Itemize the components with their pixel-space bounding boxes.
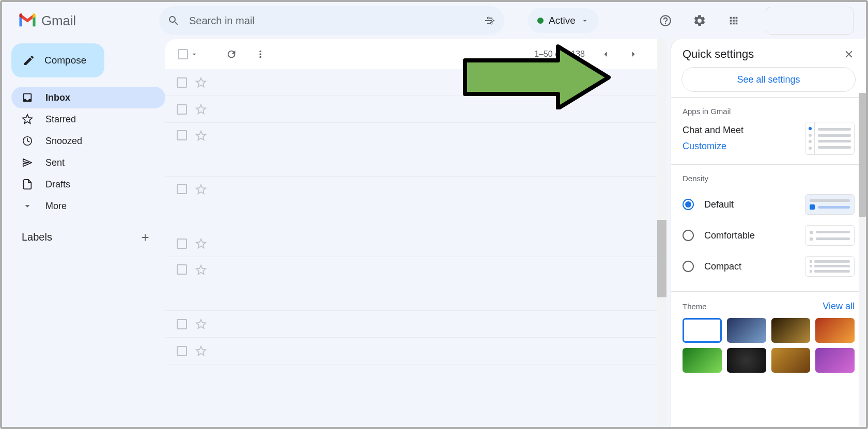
apps-title: Chat and Meet — [683, 122, 743, 138]
sidebar-item-sent[interactable]: Sent — [11, 152, 165, 173]
see-all-settings-button[interactable]: See all settings — [681, 67, 856, 92]
sidebar: Compose Inbox Starred Snoozed Sent Draft… — [2, 39, 165, 427]
chevron-left-icon — [600, 49, 611, 59]
support-button[interactable] — [654, 9, 677, 32]
labels-title: Labels — [22, 231, 52, 243]
apps-button[interactable] — [722, 9, 745, 32]
table-row[interactable] — [165, 96, 657, 123]
quick-settings-title: Quick settings — [683, 47, 754, 61]
status-chip[interactable]: Active — [528, 8, 598, 33]
labels-header: Labels — [11, 217, 165, 243]
search-options-icon[interactable] — [484, 14, 496, 27]
pager-text: 1–50 of 2,138 — [534, 50, 585, 59]
table-row[interactable] — [165, 257, 657, 311]
table-row[interactable] — [165, 69, 657, 96]
theme-thumb[interactable] — [683, 348, 722, 373]
compose-label: Compose — [44, 55, 86, 66]
apps-preview-thumb — [805, 122, 855, 155]
row-checkbox[interactable] — [177, 346, 187, 356]
theme-thumb[interactable] — [771, 318, 811, 343]
sidebar-label: Drafts — [45, 179, 70, 190]
density-option-default[interactable]: Default — [683, 189, 855, 220]
theme-thumb[interactable] — [771, 348, 811, 373]
row-checkbox[interactable] — [177, 184, 187, 194]
account-area[interactable] — [766, 7, 854, 35]
table-row[interactable] — [165, 338, 657, 364]
svg-point-4 — [491, 23, 492, 24]
star-icon[interactable] — [195, 184, 207, 195]
select-all[interactable] — [178, 49, 198, 59]
help-icon — [659, 14, 672, 27]
density-option-comfortable[interactable]: Comfortable — [683, 220, 855, 251]
search-icon — [167, 14, 180, 27]
apps-in-gmail-section: Apps in Gmail Chat and Meet Customize — [671, 97, 866, 164]
star-icon — [22, 114, 33, 125]
more-button[interactable] — [249, 43, 272, 66]
sidebar-item-more[interactable]: More — [11, 195, 165, 217]
table-row[interactable] — [165, 177, 657, 230]
sidebar-label: Snoozed — [45, 136, 82, 147]
table-row[interactable] — [165, 311, 657, 338]
gear-icon — [693, 14, 706, 27]
star-icon[interactable] — [195, 104, 207, 115]
add-label-button[interactable] — [140, 232, 151, 243]
scrollbar[interactable] — [657, 39, 667, 427]
star-icon[interactable] — [195, 345, 207, 357]
row-checkbox[interactable] — [177, 104, 187, 115]
view-all-themes-link[interactable]: View all — [823, 301, 855, 312]
radio-icon — [683, 230, 694, 241]
sent-icon — [22, 157, 33, 168]
row-checkbox[interactable] — [177, 77, 187, 88]
theme-thumb[interactable] — [815, 348, 855, 373]
inbox-icon — [22, 92, 33, 103]
gmail-text: Gmail — [41, 13, 76, 29]
next-page-button[interactable] — [622, 43, 645, 66]
panel-scrollbar[interactable] — [859, 93, 866, 427]
star-icon[interactable] — [195, 77, 207, 88]
header-actions — [654, 7, 858, 35]
table-row[interactable] — [165, 123, 657, 177]
density-option-compact[interactable]: Compact — [683, 251, 855, 282]
sidebar-item-drafts[interactable]: Drafts — [11, 173, 165, 195]
mail-rows[interactable] — [165, 69, 657, 427]
caret-down-icon — [190, 50, 198, 58]
row-checkbox[interactable] — [177, 239, 187, 249]
radio-icon — [683, 199, 694, 210]
sidebar-item-inbox[interactable]: Inbox — [11, 87, 165, 108]
table-row[interactable] — [165, 230, 657, 257]
star-icon[interactable] — [195, 264, 207, 276]
theme-thumb[interactable] — [683, 318, 722, 343]
pager: 1–50 of 2,138 — [534, 43, 645, 66]
chevron-down-icon — [581, 17, 589, 25]
svg-point-5 — [492, 20, 493, 21]
prev-page-button[interactable] — [594, 43, 617, 66]
sidebar-item-starred[interactable]: Starred — [11, 108, 165, 130]
star-icon[interactable] — [195, 130, 207, 141]
sidebar-label: Sent — [45, 157, 65, 168]
section-header: Apps in Gmail — [683, 107, 855, 116]
row-checkbox[interactable] — [177, 130, 187, 140]
row-checkbox[interactable] — [177, 264, 187, 275]
theme-thumb[interactable] — [727, 348, 766, 373]
settings-button[interactable] — [688, 9, 711, 32]
search-input[interactable] — [188, 14, 475, 27]
compose-button[interactable]: Compose — [11, 43, 104, 77]
row-checkbox[interactable] — [177, 319, 187, 329]
gmail-logo[interactable]: Gmail — [18, 13, 154, 29]
theme-thumb[interactable] — [727, 318, 766, 343]
refresh-button[interactable] — [220, 43, 243, 66]
customize-link[interactable]: Customize — [683, 138, 743, 154]
sidebar-item-snoozed[interactable]: Snoozed — [11, 130, 165, 152]
gmail-icon — [18, 13, 37, 28]
star-icon[interactable] — [195, 319, 207, 330]
section-header: Density — [683, 174, 855, 183]
see-all-label: See all settings — [737, 74, 800, 85]
density-label: Comfortable — [704, 230, 795, 241]
close-button[interactable] — [843, 49, 855, 60]
active-dot-icon — [537, 18, 544, 24]
theme-thumb[interactable] — [815, 318, 855, 343]
star-icon[interactable] — [195, 238, 207, 249]
theme-section: Theme View all — [671, 291, 866, 382]
density-thumb — [805, 256, 855, 277]
search-bar[interactable] — [159, 6, 504, 35]
